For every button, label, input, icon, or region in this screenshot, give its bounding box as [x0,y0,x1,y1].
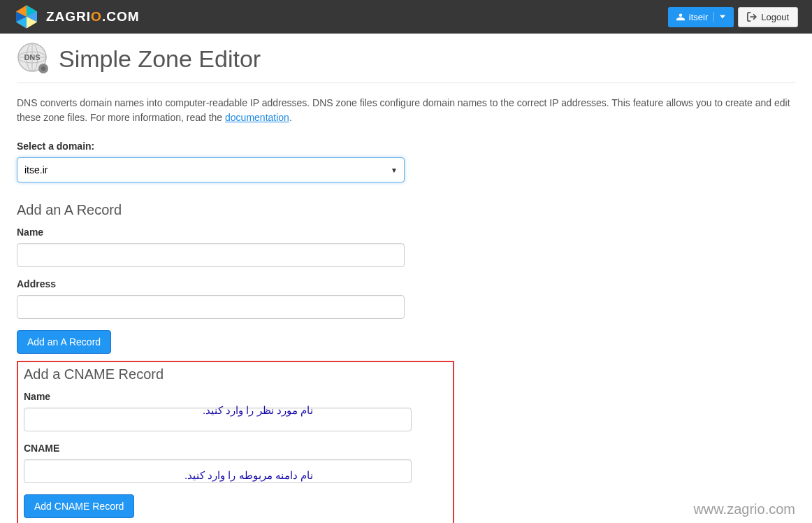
cname-name-input[interactable] [24,408,412,431]
intro-text: DNS converts domain names into computer-… [17,96,795,125]
cname-cname-input[interactable] [24,459,412,483]
brand-text: ZAGRIO.COM [46,9,140,24]
watermark: www.zagrio.com [693,501,795,517]
svg-text:DNS: DNS [24,53,40,62]
select-domain-label: Select a domain: [17,141,795,152]
a-name-input[interactable] [17,243,405,267]
user-menu-button[interactable]: itseir [668,7,734,27]
chevron-down-icon [720,14,725,20]
svg-point-13 [41,66,45,71]
cname-heading: Add a CNAME Record [24,366,447,382]
divider [713,12,714,22]
user-icon [676,13,685,21]
a-name-label: Name [17,227,795,238]
add-a-record-button[interactable]: Add an A Record [17,330,111,354]
main-content: DNS Simple Zone Editor DNS converts doma… [0,34,812,523]
brand-icon [14,4,39,29]
documentation-link[interactable]: documentation [225,112,289,123]
logout-button[interactable]: Logout [738,7,798,27]
domain-select[interactable]: itse.ir [17,157,405,182]
header-actions: itseir Logout [668,7,798,27]
title-row: DNS Simple Zone Editor [17,42,795,83]
cname-record-section: Add a CNAME Record Name CNAME Add CNAME … [17,361,454,523]
a-record-section: Add an A Record Name Address Add an A Re… [17,202,795,354]
dns-icon: DNS [17,42,50,76]
top-header: ZAGRIO.COM itseir Logout [0,0,812,34]
a-record-heading: Add an A Record [17,202,795,218]
domain-select-wrap: itse.ir ▼ [17,157,405,182]
page-title: Simple Zone Editor [59,45,261,73]
cname-cname-label: CNAME [24,443,447,454]
logout-icon [747,12,757,22]
a-address-input[interactable] [17,295,405,319]
logo: ZAGRIO.COM [14,4,140,29]
user-label: itseir [689,12,708,22]
a-address-label: Address [17,278,795,289]
cname-name-label: Name [24,391,447,402]
logout-label: Logout [761,12,789,22]
add-cname-record-button[interactable]: Add CNAME Record [24,494,134,518]
